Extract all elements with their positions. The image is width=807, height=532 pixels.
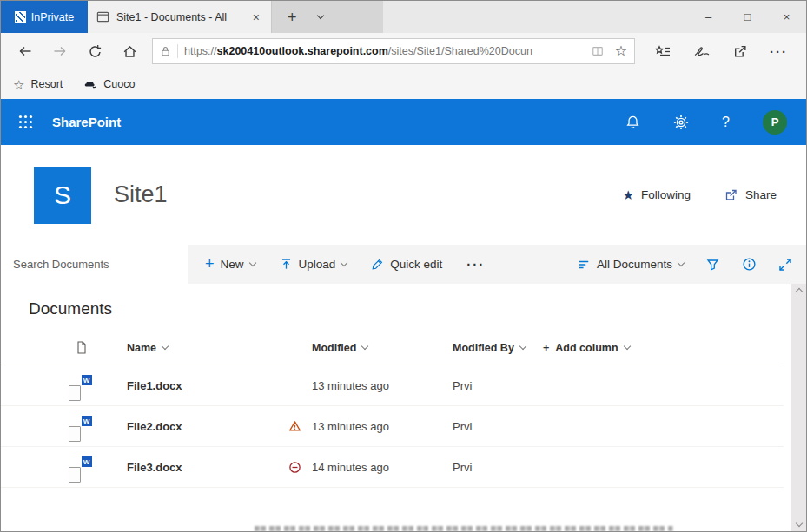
forward-button[interactable] <box>43 36 77 66</box>
close-button[interactable]: × <box>767 1 806 33</box>
inprivate-stripes-icon <box>15 11 26 23</box>
maximize-button[interactable]: □ <box>728 1 767 33</box>
tab-list-chevron-icon[interactable] <box>316 11 323 18</box>
new-label: New <box>221 258 244 271</box>
site-header: S Site1 ★ Following Share <box>1 145 806 245</box>
site-logo[interactable]: S <box>34 167 91 224</box>
clipped-footer-text <box>255 526 673 531</box>
expand-fullscreen-icon[interactable] <box>778 258 792 272</box>
inprivate-badge: InPrivate <box>1 1 88 33</box>
add-column-button[interactable]: + Add column <box>543 342 784 354</box>
file-name[interactable]: File3.docx <box>127 461 277 474</box>
back-button[interactable] <box>8 36 43 66</box>
warning-status-icon <box>288 420 301 432</box>
star-icon: ☆ <box>13 78 24 91</box>
cuoco-favicon <box>83 79 97 90</box>
notifications-bell-icon[interactable] <box>625 115 640 130</box>
refresh-button[interactable] <box>77 36 112 66</box>
title-bar: – □ × <box>383 1 806 33</box>
home-button[interactable] <box>112 36 147 66</box>
list-header-row: Name Modified Modified By + Add column <box>1 331 784 365</box>
more-commands-icon[interactable]: ··· <box>466 257 485 272</box>
modified-value: 13 minutes ago <box>312 379 453 392</box>
inprivate-label: InPrivate <box>31 11 74 23</box>
table-row[interactable]: W File3.docx 14 minutes ago Prvi <box>1 447 784 488</box>
reading-view-icon[interactable] <box>591 45 605 57</box>
view-label: All Documents <box>597 258 672 271</box>
sharepoint-brand[interactable]: SharePoint <box>52 115 121 129</box>
blocked-status-icon <box>288 461 301 474</box>
settings-more-icon[interactable]: ··· <box>770 44 788 59</box>
modified-by-value: Prvi <box>453 379 543 392</box>
modified-value: 14 minutes ago <box>312 461 453 474</box>
chevron-down-icon <box>623 342 630 349</box>
plus-icon: + <box>205 256 215 272</box>
filter-funnel-icon[interactable] <box>705 258 720 272</box>
gear-settings-icon[interactable] <box>673 115 689 130</box>
view-list-icon <box>577 259 591 271</box>
site-title: Site1 <box>114 181 168 208</box>
search-input[interactable] <box>13 258 175 271</box>
view-selector[interactable]: All Documents <box>577 258 684 271</box>
vertical-scrollbar[interactable] <box>791 284 806 531</box>
ink-annotate-icon[interactable] <box>693 44 711 58</box>
chevron-down-icon <box>341 259 347 266</box>
info-icon[interactable] <box>742 257 757 272</box>
quick-edit-label: Quick edit <box>390 258 442 271</box>
chevron-down-icon <box>162 342 169 349</box>
column-header-name[interactable]: Name <box>127 342 277 354</box>
url-divider <box>177 44 178 58</box>
column-header-modified[interactable]: Modified <box>312 342 453 354</box>
modified-value: 13 minutes ago <box>312 420 453 433</box>
chevron-down-icon <box>678 259 685 266</box>
favorite-label: Cuoco <box>103 78 135 90</box>
search-box[interactable] <box>1 245 188 284</box>
suite-bar: SharePoint ? <box>1 99 806 145</box>
minimize-button[interactable]: – <box>689 1 728 33</box>
new-button[interactable]: + New <box>205 257 255 273</box>
following-star-icon: ★ <box>622 188 633 201</box>
file-name[interactable]: File1.docx <box>127 379 277 392</box>
favorite-label: Resort <box>30 78 63 90</box>
following-label: Following <box>641 188 691 201</box>
quick-edit-button[interactable]: Quick edit <box>371 258 442 271</box>
browser-window: InPrivate Site1 - Documents - All × + – … <box>0 0 807 532</box>
favorite-item-cuoco[interactable]: Cuoco <box>83 78 135 90</box>
new-tab-zone: + <box>272 1 383 33</box>
scroll-up-icon[interactable] <box>795 288 802 295</box>
tab-page-icon <box>96 10 109 23</box>
app-launcher-waffle-icon[interactable] <box>18 115 33 129</box>
list-title: Documents <box>1 284 806 319</box>
share-button[interactable]: Share <box>724 188 777 202</box>
share-icon <box>724 188 738 202</box>
help-icon[interactable]: ? <box>722 115 730 130</box>
chevron-down-icon <box>519 342 526 349</box>
modified-by-value: Prvi <box>453 420 543 433</box>
modified-by-value: Prvi <box>453 461 543 474</box>
following-button[interactable]: ★ Following <box>622 188 690 201</box>
url-text: https://sk200410outlook.sharepoint.com/s… <box>184 45 585 57</box>
upload-icon <box>280 258 293 271</box>
lock-icon[interactable] <box>160 45 171 57</box>
chevron-down-icon <box>248 259 255 266</box>
favorite-star-icon[interactable]: ☆ <box>615 44 627 58</box>
scroll-down-icon[interactable] <box>795 520 802 527</box>
command-bar: + New Upload <box>1 245 806 284</box>
upload-button[interactable]: Upload <box>280 258 347 271</box>
file-name[interactable]: File2.docx <box>127 420 277 433</box>
address-bar: https://sk200410outlook.sharepoint.com/s… <box>1 33 806 69</box>
upload-label: Upload <box>299 258 336 271</box>
column-header-modified-by[interactable]: Modified By <box>453 342 543 354</box>
table-row[interactable]: W File2.docx 13 minutes ago Prvi <box>1 406 784 447</box>
table-row[interactable]: W File1.docx 13 minutes ago Prvi <box>1 365 784 406</box>
new-tab-button[interactable]: + <box>288 10 297 25</box>
share-browser-icon[interactable] <box>732 44 748 59</box>
document-type-column-icon[interactable] <box>75 340 89 355</box>
hub-favorites-icon[interactable] <box>654 44 671 59</box>
chevron-down-icon <box>361 342 368 349</box>
avatar[interactable]: P <box>763 110 787 135</box>
url-field[interactable]: https://sk200410outlook.sharepoint.com/s… <box>152 38 635 64</box>
tab-close-icon[interactable]: × <box>250 10 262 24</box>
favorite-item-resort[interactable]: ☆ Resort <box>13 78 63 91</box>
browser-tab[interactable]: Site1 - Documents - All × <box>88 1 272 33</box>
